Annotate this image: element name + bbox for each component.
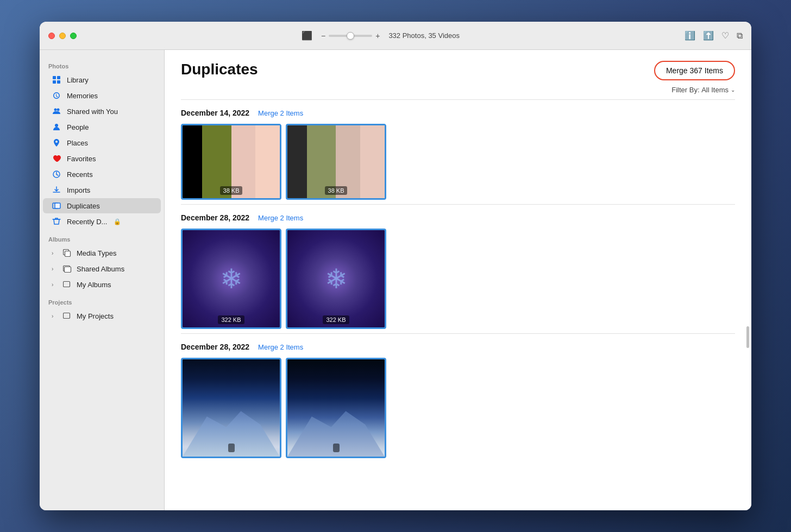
my-albums-icon: [62, 280, 72, 289]
svg-rect-3: [57, 80, 60, 84]
svg-point-4: [54, 109, 57, 111]
shared-albums-chevron: ›: [52, 266, 58, 272]
sidebar-item-library-label: Library: [67, 76, 89, 84]
photo-size-badge-3-2: [333, 444, 340, 452]
places-icon: [52, 138, 61, 148]
memories-icon: [52, 91, 61, 100]
sidebar-item-shared-with-you[interactable]: Shared with You: [43, 104, 161, 119]
lock-icon: 🔒: [114, 218, 121, 225]
library-icon: [52, 75, 61, 85]
sidebar-item-my-albums[interactable]: › My Albums: [43, 277, 161, 292]
merge-items-btn-3[interactable]: Merge 2 Items: [258, 343, 303, 351]
my-projects-chevron: ›: [52, 313, 58, 319]
minimize-button[interactable]: [59, 33, 66, 39]
photo-thumb-2-1[interactable]: 322 KB: [181, 229, 281, 329]
maximize-button[interactable]: [70, 33, 77, 39]
date-header-2: December 28, 2022 Merge 2 Items: [181, 213, 735, 222]
filter-dropdown[interactable]: All Items ⌄: [701, 86, 735, 94]
scrollbar[interactable]: [745, 50, 749, 510]
photo-thumb-1-1[interactable]: 38 KB: [181, 124, 281, 200]
sidebar-item-places[interactable]: Places: [43, 135, 161, 150]
page-title: Duplicates: [181, 61, 258, 78]
zoom-minus[interactable]: −: [321, 31, 325, 40]
filter-bar: Filter By: All Items ⌄: [165, 86, 751, 99]
photos-grid-2: 322 KB 322 KB: [181, 229, 735, 329]
shared-with-you-icon: [52, 106, 61, 116]
info-icon[interactable]: ℹ️: [685, 30, 695, 41]
merge-all-button[interactable]: Merge 367 Items: [654, 61, 735, 80]
svg-rect-11: [65, 251, 71, 257]
svg-rect-13: [65, 267, 71, 273]
photos-grid-3: [181, 358, 735, 458]
sidebar-section-photos-label: Photos: [40, 56, 164, 72]
date-text-1: December 14, 2022: [181, 109, 249, 117]
sidebar-item-my-albums-label: My Albums: [77, 281, 111, 289]
merge-items-btn-2[interactable]: Merge 2 Items: [258, 214, 303, 222]
photo-image-3-2: [287, 359, 385, 457]
photos-grid-1: 38 KB 38 KB: [181, 124, 735, 200]
sidebar-item-memories-label: Memories: [67, 92, 98, 100]
sidebar-item-imports[interactable]: Imports: [43, 182, 161, 198]
sidebar-item-media-types-label: Media Types: [77, 249, 116, 257]
photo-thumb-1-2[interactable]: 38 KB: [286, 124, 386, 200]
sidebar-item-imports-label: Imports: [67, 186, 90, 194]
sidebar-section-projects-label: Projects: [40, 293, 164, 308]
sidebar-item-library[interactable]: Library: [43, 72, 161, 87]
recents-icon: [52, 169, 61, 179]
sidebar-item-memories[interactable]: Memories: [43, 88, 161, 103]
share-icon[interactable]: ⬆️: [703, 30, 714, 41]
zoom-plus[interactable]: +: [375, 31, 380, 40]
content-header: Duplicates Merge 367 Items: [165, 50, 751, 86]
photo-image-1-2: 38 KB: [287, 125, 385, 198]
titlebar: ⬛ − + 332 Photos, 35 Videos ℹ️ ⬆️ ♡ ⧉: [40, 22, 751, 50]
svg-point-6: [55, 124, 58, 127]
content-area: Duplicates Merge 367 Items Filter By: Al…: [165, 50, 751, 510]
sidebar-item-shared-albums[interactable]: › Shared Albums: [43, 261, 161, 276]
my-albums-chevron: ›: [52, 282, 58, 288]
photo-size-badge-1-2: 38 KB: [325, 186, 348, 195]
sidebar-section-albums-label: Albums: [40, 230, 164, 245]
sidebar-item-recents[interactable]: Recents: [43, 167, 161, 182]
people-icon: [52, 122, 61, 132]
date-text-2: December 28, 2022: [181, 213, 249, 222]
zoom-slider-thumb: [347, 32, 354, 40]
photo-count: 332 Photos, 35 Videos: [388, 31, 460, 40]
photo-image-2-1: 322 KB: [183, 230, 280, 327]
merge-items-btn-1[interactable]: Merge 2 Items: [258, 109, 303, 117]
sidebar-item-people-label: People: [67, 123, 89, 131]
sidebar-item-media-types[interactable]: › Media Types: [43, 245, 161, 261]
date-header-1: December 14, 2022 Merge 2 Items: [181, 109, 735, 117]
media-types-icon: [62, 248, 72, 258]
scrollbar-thumb: [746, 326, 749, 348]
sidebar-item-recently-deleted[interactable]: Recently D... 🔒: [43, 214, 161, 229]
traffic-lights: [48, 33, 77, 39]
date-header-3: December 28, 2022 Merge 2 Items: [181, 343, 735, 351]
slideshow-icon[interactable]: ⬛: [302, 30, 312, 41]
photo-size-badge-2-1: 322 KB: [218, 315, 244, 324]
svg-rect-14: [64, 282, 70, 287]
photo-image-3-1: [183, 359, 280, 457]
photo-thumb-3-2[interactable]: [286, 358, 386, 458]
recently-deleted-icon: [52, 217, 61, 226]
photo-size-badge-2-2: 322 KB: [323, 315, 349, 324]
sidebar-item-shared-albums-label: Shared Albums: [77, 265, 124, 273]
favorites-icon: [52, 154, 61, 163]
main-content: Photos Library: [40, 50, 751, 510]
heart-icon[interactable]: ♡: [721, 30, 729, 41]
sidebar-item-recently-deleted-label: Recently D...: [67, 218, 107, 226]
close-button[interactable]: [48, 33, 55, 39]
sidebar-item-duplicates[interactable]: Duplicates: [43, 198, 161, 213]
sidebar-item-favorites-label: Favorites: [67, 155, 96, 163]
sidebar-item-favorites[interactable]: Favorites: [43, 151, 161, 166]
sidebar-item-people[interactable]: People: [43, 119, 161, 135]
my-projects-icon: [62, 311, 72, 321]
photo-thumb-3-1[interactable]: [181, 358, 281, 458]
sidebar-item-my-projects[interactable]: › My Projects: [43, 308, 161, 324]
crop-icon[interactable]: ⧉: [737, 31, 743, 41]
svg-rect-15: [64, 313, 70, 319]
zoom-slider[interactable]: [329, 35, 372, 37]
photo-size-badge-1-1: 38 KB: [220, 186, 243, 195]
sidebar-item-recents-label: Recents: [67, 170, 93, 179]
sidebar-item-shared-with-you-label: Shared with You: [67, 107, 118, 116]
photo-thumb-2-2[interactable]: 322 KB: [286, 229, 386, 329]
